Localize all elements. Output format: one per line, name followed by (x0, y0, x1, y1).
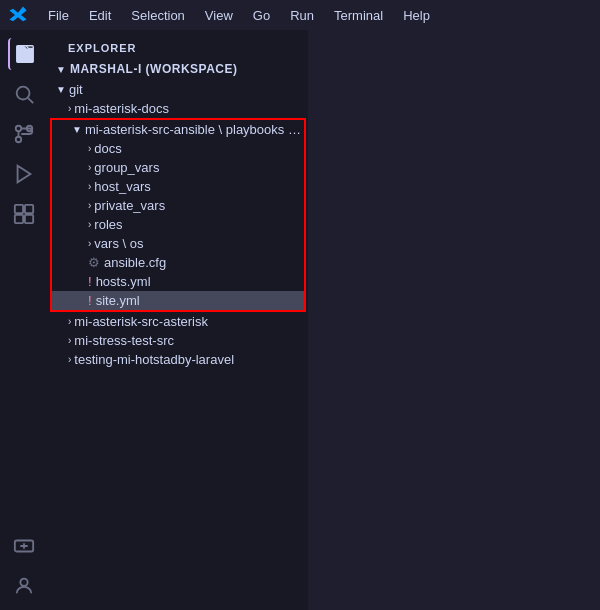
chevron-right-icon: › (68, 354, 71, 365)
tree-item-ansible-cfg[interactable]: ⚙ ansible.cfg (52, 253, 304, 272)
file-label: site.yml (96, 293, 140, 308)
menu-help[interactable]: Help (395, 6, 438, 25)
svg-rect-7 (15, 205, 23, 213)
activity-search-icon[interactable] (8, 78, 40, 110)
svg-rect-9 (15, 215, 23, 223)
tree-item-hosts-yml[interactable]: ! hosts.yml (52, 272, 304, 291)
folder-label: mi-asterisk-src-ansible \ playbooks \ in… (85, 122, 304, 137)
vscode-logo-icon (8, 5, 28, 25)
tree-item-mi-stress-test-src[interactable]: › mi-stress-test-src (48, 331, 308, 350)
chevron-right-icon: › (88, 162, 91, 173)
chevron-right-icon: › (88, 181, 91, 192)
chevron-right-icon: › (68, 316, 71, 327)
menu-run[interactable]: Run (282, 6, 322, 25)
tree-item-private-vars[interactable]: › private_vars (52, 196, 304, 215)
chevron-right-icon: › (68, 103, 71, 114)
activity-extensions-icon[interactable] (8, 198, 40, 230)
menu-edit[interactable]: Edit (81, 6, 119, 25)
menu-go[interactable]: Go (245, 6, 278, 25)
highlight-region: ▼ mi-asterisk-src-ansible \ playbooks \ … (50, 118, 306, 312)
activity-accounts-icon[interactable] (8, 570, 40, 602)
folder-label: group_vars (94, 160, 159, 175)
activity-run-debug-icon[interactable] (8, 158, 40, 190)
tree-item-roles[interactable]: › roles (52, 215, 304, 234)
activity-files-icon[interactable] (8, 38, 40, 70)
tree-item-site-yml[interactable]: ! site.yml (52, 291, 304, 310)
menu-terminal[interactable]: Terminal (326, 6, 391, 25)
folder-label: mi-asterisk-src-asterisk (74, 314, 208, 329)
menu-view[interactable]: View (197, 6, 241, 25)
main-layout: EXPLORER ▼ MARSHAL-I (WORKSPACE) ▼ git ›… (0, 30, 600, 610)
tree-item-mi-asterisk-src-asterisk[interactable]: › mi-asterisk-src-asterisk (48, 312, 308, 331)
svg-point-12 (20, 579, 27, 586)
file-label: hosts.yml (96, 274, 151, 289)
gear-icon: ⚙ (88, 255, 100, 270)
tree-item-testing-mi-hotstadby-laravel[interactable]: › testing-mi-hotstadby-laravel (48, 350, 308, 369)
chevron-down-icon: ▼ (56, 84, 66, 95)
folder-label: vars \ os (94, 236, 143, 251)
folder-label: testing-mi-hotstadby-laravel (74, 352, 234, 367)
folder-label: host_vars (94, 179, 150, 194)
folder-label: mi-stress-test-src (74, 333, 174, 348)
chevron-right-icon: › (88, 219, 91, 230)
svg-point-5 (16, 137, 22, 143)
editor-area (308, 30, 600, 610)
tree-item-host-vars[interactable]: › host_vars (52, 177, 304, 196)
workspace-chevron-icon: ▼ (56, 64, 66, 75)
folder-label: docs (94, 141, 121, 156)
svg-point-1 (17, 87, 30, 100)
activity-bar (0, 30, 48, 610)
tree-item-vars-os[interactable]: › vars \ os (52, 234, 304, 253)
workspace-name: MARSHAL-I (WORKSPACE) (70, 62, 238, 76)
menu-selection[interactable]: Selection (123, 6, 192, 25)
tree-item-mi-asterisk-docs[interactable]: › mi-asterisk-docs (48, 99, 308, 118)
folder-label: git (69, 82, 83, 97)
folder-label: mi-asterisk-docs (74, 101, 169, 116)
sidebar: EXPLORER ▼ MARSHAL-I (WORKSPACE) ▼ git ›… (48, 30, 308, 610)
chevron-right-icon: › (88, 238, 91, 249)
menu-file[interactable]: File (40, 6, 77, 25)
chevron-right-icon: › (88, 200, 91, 211)
svg-marker-6 (18, 166, 31, 183)
explorer-title: EXPLORER (48, 30, 308, 58)
svg-point-3 (16, 126, 22, 132)
activity-remote-icon[interactable] (8, 530, 40, 562)
svg-rect-8 (25, 205, 33, 213)
svg-line-2 (28, 98, 33, 103)
chevron-down-icon: ▼ (72, 124, 82, 135)
tree-item-git[interactable]: ▼ git (48, 80, 308, 99)
tree-item-mi-asterisk-src-ansible[interactable]: ▼ mi-asterisk-src-ansible \ playbooks \ … (52, 120, 304, 139)
tree-item-group-vars[interactable]: › group_vars (52, 158, 304, 177)
exclaim-icon: ! (88, 293, 92, 308)
folder-label: roles (94, 217, 122, 232)
chevron-right-icon: › (68, 335, 71, 346)
menu-bar: File Edit Selection View Go Run Terminal… (0, 0, 600, 30)
chevron-right-icon: › (88, 143, 91, 154)
file-label: ansible.cfg (104, 255, 166, 270)
folder-label: private_vars (94, 198, 165, 213)
exclaim-icon: ! (88, 274, 92, 289)
activity-source-control-icon[interactable] (8, 118, 40, 150)
svg-rect-10 (25, 215, 33, 223)
tree-item-docs[interactable]: › docs (52, 139, 304, 158)
workspace-header[interactable]: ▼ MARSHAL-I (WORKSPACE) (48, 58, 308, 80)
